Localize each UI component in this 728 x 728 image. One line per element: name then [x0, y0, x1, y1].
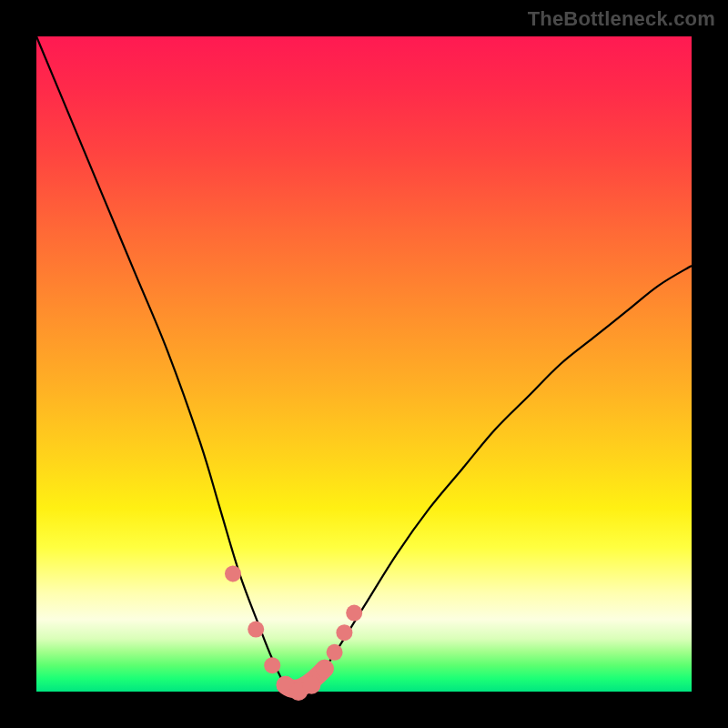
marker-dot	[327, 644, 343, 661]
curve-line	[36, 36, 692, 692]
marker-dot	[225, 565, 241, 581]
marker-dot	[264, 657, 280, 673]
marker-dot	[336, 624, 352, 641]
curve-markers	[225, 565, 362, 701]
chart-frame: TheBottleneck.com	[0, 0, 728, 728]
marker-dot	[316, 660, 334, 678]
plot-area	[36, 36, 692, 692]
marker-dot	[248, 622, 264, 638]
marker-dot	[346, 605, 362, 622]
bottleneck-curve	[36, 36, 692, 692]
marker-dot	[302, 676, 320, 694]
watermark-text: TheBottleneck.com	[528, 7, 715, 31]
